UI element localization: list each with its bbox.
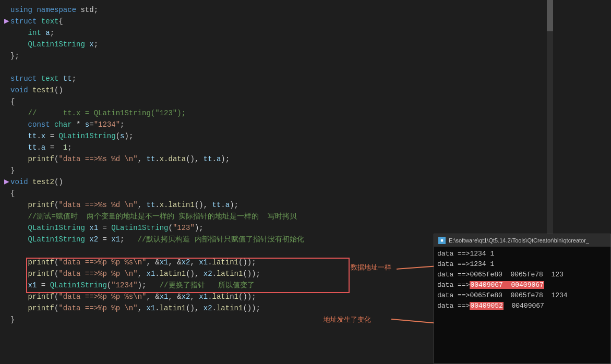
token-var: x1 [28, 281, 37, 289]
token-str: "123" [173, 224, 195, 232]
token-type-name: QLatin1String [28, 40, 85, 48]
token-plain [85, 224, 89, 232]
annotation-address-changed: 地址发生了变化 [324, 315, 371, 324]
token-var: a [225, 201, 230, 209]
scrollbar-thumb[interactable] [547, 0, 553, 31]
token-var: x1 [146, 304, 155, 312]
token-plain: = [45, 143, 63, 152]
token-plain [10, 235, 28, 244]
token-plain: * [72, 120, 85, 129]
token-plain: (), [186, 270, 203, 278]
token-plain [10, 155, 28, 163]
token-plain [10, 120, 28, 129]
terminal-line: data ==>0065fe80 0065fe78 1234 [437, 290, 607, 301]
token-plain [10, 281, 28, 289]
token-plain: } [10, 316, 15, 324]
line-indicator [4, 153, 8, 165]
token-fn: latin1 [160, 304, 186, 312]
token-plain [37, 17, 41, 26]
code-content: }; [8, 50, 19, 62]
code-content [8, 62, 15, 73]
token-plain: = [37, 281, 50, 289]
terminal-icon: ■ [438, 237, 446, 244]
token-plain: . [208, 293, 212, 301]
token-comment: //测试=赋值时 两个变量的地址是不一样的 实际指针的地址是一样的 写时拷贝 [28, 212, 297, 221]
code-content: void test1() [8, 84, 63, 96]
line-indicator [4, 268, 8, 280]
code-line: QLatin1String x; [4, 39, 547, 50]
token-plain [10, 201, 28, 209]
terminal-line: data ==>00409067 00409067 [437, 280, 607, 290]
token-kw: void [10, 178, 28, 186]
token-plain: , [138, 270, 147, 278]
line-indicator [4, 27, 8, 39]
token-str: "data ==>%p %p %s\n" [58, 258, 146, 266]
token-plain: ; [50, 29, 54, 37]
token-plain: ()); [243, 304, 260, 312]
token-var: tt [146, 155, 155, 163]
token-fn: printf [28, 258, 54, 266]
token-plain: . [221, 201, 225, 209]
token-plain: ; [72, 75, 76, 83]
terminal-line: data ==>1234 1 [437, 259, 607, 270]
code-line: printf("data ==>%s %d \n", tt.x.latin1()… [4, 199, 547, 211]
code-content: using namespace std; [8, 4, 98, 16]
token-var: x2 [182, 293, 190, 301]
token-plain [10, 224, 28, 232]
token-plain: { [10, 189, 15, 198]
token-plain: std; [80, 6, 98, 14]
token-var: x2 [89, 235, 98, 244]
token-plain [28, 86, 32, 94]
code-content: QLatin1String x2 = x1; //默认拷贝构造 内部指针只赋值了… [8, 234, 304, 245]
token-plain: . [37, 132, 41, 140]
line-indicator [4, 62, 8, 73]
code-line: const char * s="1234"; [4, 119, 547, 130]
token-plain: ; [120, 120, 124, 129]
token-plain: = [45, 132, 58, 140]
code-content: QLatin1String x1 = QLatin1String("123"); [8, 222, 203, 234]
token-var: x2 [203, 304, 212, 312]
terminal-title: E:\software\qt1\Qt5.14.2\Tools\QtCreator… [449, 237, 589, 244]
token-plain: ()); [238, 258, 256, 266]
token-plain: , [138, 201, 147, 209]
code-content: tt.a = 1; [8, 142, 72, 153]
token-var: tt [203, 155, 212, 163]
token-str: "data ==>%p %p \n" [58, 304, 137, 312]
token-plain: . [212, 270, 217, 278]
token-plain: ( [107, 281, 111, 289]
token-plain: . [155, 304, 159, 312]
token-str: "1234" [111, 281, 137, 289]
token-plain: , & [146, 258, 159, 266]
terminal-body: data ==>1234 1data ==>1234 1data ==>0065… [434, 247, 610, 363]
code-line: } [4, 165, 547, 176]
line-indicator [4, 50, 8, 62]
code-line: void test1() [4, 84, 547, 96]
token-fn: x.data [160, 155, 186, 163]
token-fn: x.latin1 [160, 201, 195, 209]
line-indicator [4, 291, 8, 302]
token-plain [85, 235, 89, 244]
code-line: struct text tt; [4, 73, 547, 84]
token-plain [10, 270, 28, 278]
code-line: ▶void test2() [4, 176, 547, 188]
code-content: tt.x = QLatin1String(s); [8, 130, 133, 142]
token-kw: void [10, 86, 28, 94]
token-plain: ( [168, 224, 172, 232]
token-plain: ( [116, 132, 120, 140]
token-plain: ); [124, 132, 133, 140]
token-type-name: QLatin1String [50, 281, 107, 289]
line-indicator [4, 257, 8, 268]
token-kw: namespace [37, 6, 76, 14]
token-type-name: text [41, 17, 59, 26]
token-plain: ); [195, 224, 203, 232]
token-plain: . [155, 155, 159, 163]
terminal-highlight: 00409052 [470, 302, 503, 310]
token-str: "data ==>%s %d \n" [58, 201, 137, 209]
token-plain: , & [146, 293, 159, 301]
token-str: "data ==>%p %p \n" [58, 270, 137, 278]
token-comment: // tt.x = QLatin1String("123"); [28, 109, 186, 117]
code-content: printf("data ==>%p %p \n", x1.latin1(), … [8, 268, 260, 280]
token-plain: = [98, 235, 111, 244]
code-content: QLatin1String x; [8, 39, 98, 50]
line-indicator [4, 234, 8, 245]
